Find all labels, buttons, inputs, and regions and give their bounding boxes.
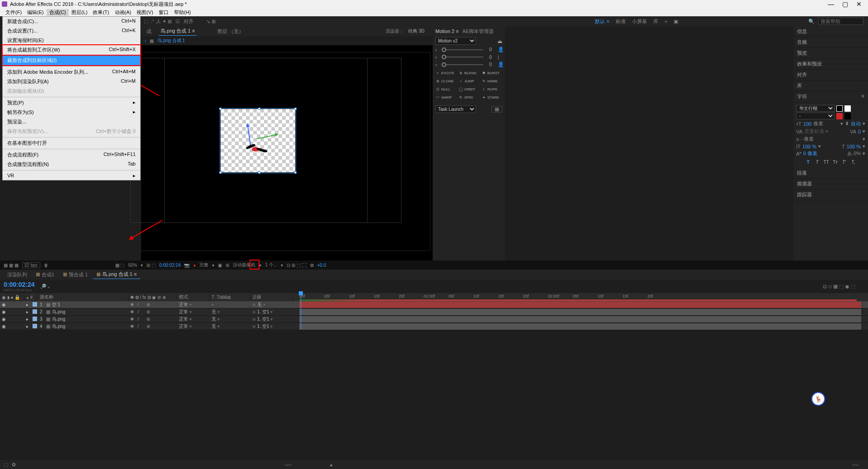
- bold-button[interactable]: T: [805, 159, 812, 165]
- menu-item[interactable]: 添加到 Adobe Media Encoder 队列...Ctrl+Alt+M: [3, 67, 140, 77]
- menu-view[interactable]: 视图(V): [134, 9, 156, 16]
- menu-item[interactable]: 设置海报时间(E): [3, 36, 140, 45]
- exposure-icon[interactable]: ✿: [310, 263, 314, 268]
- res-icon[interactable]: ⊞ ⬚: [146, 263, 156, 268]
- font-size-value[interactable]: 100: [803, 121, 811, 127]
- panel-library[interactable]: 库: [793, 81, 868, 91]
- timeline-search-icon[interactable]: 🔎⌄: [40, 284, 51, 289]
- motion-btn-excite[interactable]: +EXCITE: [434, 69, 457, 76]
- motion-slider[interactable]: ‹0|: [433, 53, 505, 61]
- menu-item[interactable]: 新建合成(C)...Ctrl+N: [3, 17, 140, 26]
- panel-audio[interactable]: 音频: [793, 37, 868, 48]
- roi-handle[interactable]: [294, 171, 297, 174]
- close-button[interactable]: ✕: [856, 0, 862, 8]
- menu-window[interactable]: 窗口: [156, 9, 171, 16]
- channel-icon[interactable]: ●: [193, 263, 196, 268]
- bpc-button[interactable]: 32 bpc: [22, 262, 40, 268]
- exposure-value[interactable]: +0.0: [317, 263, 326, 268]
- menu-item[interactable]: 合成设置(T)...Ctrl+K: [3, 26, 140, 36]
- project-icons[interactable]: ▦ ▦ ▦: [4, 263, 19, 268]
- breadcrumb-name[interactable]: 鸟.png 合成 1: [157, 38, 185, 44]
- timeline-tab[interactable]: 预合成 1: [60, 270, 91, 279]
- workspace-icon[interactable]: ▣: [674, 19, 678, 24]
- viewer-icons-right[interactable]: ⊡ ⊞ ⬚ ⛶: [287, 263, 306, 268]
- workspace-library[interactable]: 库: [653, 18, 658, 25]
- task-launch-button[interactable]: ▦: [491, 106, 502, 113]
- menu-item[interactable]: 合成微型流程图(N)Tab: [3, 160, 140, 169]
- menu-item[interactable]: 将合成裁剪到工作区(W)Ctrl+Shift+X: [2, 44, 141, 56]
- renderer-value[interactable]: 经典 3D: [406, 28, 426, 34]
- col-trkmat[interactable]: T .TrkMat: [210, 295, 250, 300]
- motion-btn-warp[interactable]: 〰WARP: [434, 94, 457, 101]
- font-style-select[interactable]: -: [796, 113, 835, 119]
- motion-btn-stare[interactable]: ✦STARE: [481, 94, 503, 101]
- panel-character[interactable]: 字符 ≡: [793, 91, 868, 102]
- motion-btn-jump[interactable]: ↕JUMP: [458, 77, 480, 85]
- snapshot-icon[interactable]: 📷: [184, 263, 189, 268]
- layer-track[interactable]: [299, 323, 861, 330]
- col-source-name[interactable]: 源名称: [38, 294, 128, 300]
- search-input[interactable]: [818, 18, 863, 25]
- panel-align[interactable]: 对齐: [793, 70, 868, 81]
- tab-motion2[interactable]: Motion 2 ≡: [435, 28, 459, 34]
- panel-menu-icon[interactable]: ≡: [862, 93, 864, 100]
- zoom-slider-left[interactable]: —◦: [285, 462, 292, 467]
- tab-script-mgr[interactable]: AE脚本管理器: [462, 28, 494, 35]
- comp-tab-active[interactable]: 鸟.png 合成 1 ≡: [159, 27, 197, 36]
- timeline-toggle-icons[interactable]: ⊡ ◇ ▦ ⬚ ◉ ⬚: [823, 284, 855, 289]
- menu-edit[interactable]: 编辑(E): [24, 9, 47, 16]
- snap-icons[interactable]: ↘ ⊞: [206, 19, 216, 24]
- menu-animation[interactable]: 动画(A): [112, 9, 134, 16]
- vscale[interactable]: 100 %: [802, 144, 816, 149]
- zoom-value[interactable]: 50%: [128, 263, 137, 268]
- layer-track[interactable]: [299, 301, 861, 308]
- timeline-time[interactable]: 0:00:02:24: [4, 281, 35, 288]
- motion-graph-icon[interactable]: ⛰: [497, 38, 502, 44]
- breadcrumb-back[interactable]: ‹: [145, 38, 146, 43]
- toggle-switches-icon[interactable]: ⬚: [4, 462, 9, 467]
- timeline-tab[interactable]: 渲染队列: [4, 270, 31, 279]
- motion-slider[interactable]: ›0👤: [433, 61, 505, 68]
- roi-handle[interactable]: [219, 171, 222, 174]
- zoom-slider-marker[interactable]: ▴: [330, 462, 333, 468]
- motion-slider[interactable]: ‹0👤: [433, 46, 505, 53]
- motion-btn-rope[interactable]: ⌇ROPE: [481, 85, 503, 93]
- panel-info[interactable]: 信息: [793, 26, 868, 37]
- baseline[interactable]: 0 像素: [803, 150, 817, 157]
- motion-btn-clone[interactable]: ⊕CLONE: [434, 77, 457, 85]
- menu-item[interactable]: 合成流程图(F)Ctrl+Shift+F11: [3, 150, 140, 160]
- maximize-button[interactable]: ▢: [842, 0, 848, 8]
- motion-btn-orbit[interactable]: ◯ORBIT: [458, 85, 480, 93]
- menu-item[interactable]: 帧另存为(S): [3, 108, 140, 117]
- motion-btn-name[interactable]: ✎NAME: [481, 77, 503, 85]
- italic-button[interactable]: T: [814, 159, 821, 165]
- viewer-icons-left[interactable]: ▦ ⬚: [115, 263, 125, 268]
- menu-item[interactable]: 预渲染...: [3, 117, 140, 127]
- menu-bar[interactable]: 文件(F) 编辑(E) 合成(C) 图层(L) 效果(T) 动画(A) 视图(V…: [0, 8, 868, 16]
- col-parent[interactable]: 父级: [250, 294, 293, 300]
- menu-composition[interactable]: 合成(C): [47, 9, 69, 16]
- color-swatch-1[interactable]: [836, 113, 843, 119]
- toggle-modes-icon[interactable]: ✿: [12, 462, 17, 467]
- playhead[interactable]: [301, 293, 301, 329]
- grid-icon[interactable]: ⊞: [226, 263, 229, 268]
- panel-effects[interactable]: 效果和预设: [793, 59, 868, 70]
- panel-wiggler[interactable]: 摇摆器: [793, 179, 868, 189]
- subscript-button[interactable]: T,: [850, 159, 857, 165]
- tool-icons[interactable]: ⬚ ↗ 人 ✦ ⊞: [144, 18, 172, 25]
- hscale[interactable]: 100 %: [847, 144, 861, 149]
- superscript-button[interactable]: T': [841, 159, 848, 165]
- quality-select[interactable]: 完整: [199, 262, 208, 268]
- roi-handle[interactable]: [219, 108, 222, 110]
- views-select[interactable]: 1 个...: [265, 262, 277, 268]
- menu-effect[interactable]: 效果(T): [90, 9, 112, 16]
- panel-paragraph[interactable]: 段落: [793, 168, 868, 179]
- timeline-tab[interactable]: 鸟.png 合成 1 ≡: [93, 270, 140, 279]
- workspace-small[interactable]: 小屏幕: [632, 18, 647, 25]
- col-mode[interactable]: 模式: [177, 294, 210, 300]
- workspace-default[interactable]: 默认 ≡: [595, 18, 609, 25]
- workspace-more[interactable]: »: [665, 19, 667, 24]
- task-launch-select[interactable]: Task Launch: [435, 105, 476, 113]
- comp-viewer[interactable]: [141, 45, 433, 261]
- minimize-button[interactable]: —: [828, 0, 834, 8]
